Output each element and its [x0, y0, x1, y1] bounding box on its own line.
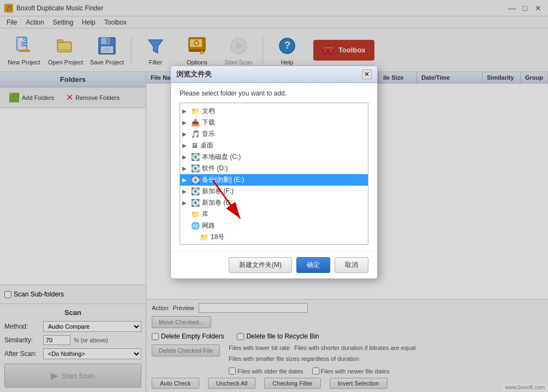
- tree-item-zhuomian[interactable]: ▶🖥桌面: [180, 140, 368, 151]
- tree-item-drive-g[interactable]: ▶💽新加卷 (G:...: [180, 197, 368, 209]
- tree-item-drive-f[interactable]: ▶💽新加卷 (F:): [180, 186, 368, 197]
- tree-arrow-zhuomian: ▶: [182, 142, 191, 149]
- confirm-button[interactable]: 确定: [296, 257, 330, 273]
- tree-item-wangluo[interactable]: 🌐网路: [180, 220, 368, 231]
- tree-arrow-drive-f: ▶: [182, 188, 191, 194]
- tree-arrow-drive-e: ▶: [182, 177, 191, 183]
- tree-item-fscapture[interactable]: 📁FSCapture: [180, 243, 368, 245]
- tree-arrow-xiazai: ▶: [182, 120, 191, 126]
- tree-item-xiazai[interactable]: ▶📥下载: [180, 117, 368, 128]
- tree-item-ku[interactable]: 📁库: [180, 209, 368, 220]
- tree-folder-icon-drive-e: 💽: [191, 176, 200, 184]
- dialog-overlay: 浏览文件夹 ✕ Please select folder you want to…: [0, 0, 548, 392]
- tree-label-drive-g: 新加卷 (G:...: [202, 198, 238, 207]
- tree-arrow-wenzhang: ▶: [182, 108, 191, 114]
- tree-label-xiazai: 下载: [202, 118, 215, 127]
- tree-arrow-local-c: ▶: [182, 154, 191, 160]
- dialog-footer: 新建文件夹(M) 确定 取消: [171, 251, 377, 278]
- new-folder-button[interactable]: 新建文件夹(M): [229, 257, 292, 273]
- dialog-titlebar: 浏览文件夹 ✕: [171, 66, 377, 83]
- tree-label-fscapture: FSCapture: [211, 245, 242, 245]
- tree-folder-icon-18hao: 📁: [200, 233, 209, 241]
- tree-folder-icon-drive-d: 💽: [191, 164, 200, 173]
- tree-item-yinyue[interactable]: ▶🎵音乐: [180, 128, 368, 140]
- dialog-title: 浏览文件夹: [176, 69, 212, 79]
- tree-label-18hao: 18号: [211, 233, 224, 242]
- tree-label-drive-e: 备份[勿删] (E:): [202, 175, 244, 185]
- tree-folder-icon-yinyue: 🎵: [191, 130, 200, 138]
- tree-label-ku: 库: [202, 210, 209, 219]
- tree-item-18hao[interactable]: 📁18号: [180, 231, 368, 243]
- tree-label-drive-d: 软件 (D:): [202, 164, 228, 173]
- tree-arrow-drive-g: ▶: [182, 200, 191, 206]
- tree-folder-icon-wangluo: 🌐: [191, 222, 200, 230]
- tree-folder-icon-drive-f: 💽: [191, 187, 200, 195]
- tree-label-wenzhang: 文档: [202, 106, 215, 116]
- tree-label-zhuomian: 桌面: [200, 141, 213, 150]
- folder-tree[interactable]: ▶📁文档▶📥下载▶🎵音乐▶🖥桌面▶💽本地磁盘 (C:)▶💽软件 (D:)▶💽备份…: [180, 103, 368, 245]
- cancel-button[interactable]: 取消: [335, 257, 368, 273]
- tree-folder-icon-wenzhang: 📁: [191, 107, 200, 115]
- dialog-body: Please select folder you want to add. ▶📁…: [171, 83, 377, 251]
- tree-item-wenzhang[interactable]: ▶📁文档: [180, 105, 368, 117]
- tree-arrow-yinyue: ▶: [182, 131, 191, 137]
- browse-folder-dialog: 浏览文件夹 ✕ Please select folder you want to…: [170, 66, 378, 279]
- dialog-message: Please select folder you want to add.: [180, 90, 368, 97]
- tree-item-local-c[interactable]: ▶💽本地磁盘 (C:): [180, 151, 368, 163]
- tree-folder-icon-drive-g: 💽: [191, 199, 200, 207]
- tree-label-yinyue: 音乐: [202, 129, 215, 139]
- tree-folder-icon-xiazai: 📥: [191, 118, 200, 127]
- tree-folder-icon-fscapture: 📁: [200, 244, 209, 245]
- tree-folder-icon-ku: 📁: [191, 210, 200, 218]
- tree-label-drive-f: 新加卷 (F:): [202, 187, 234, 196]
- tree-arrow-drive-d: ▶: [182, 165, 191, 171]
- tree-folder-icon-local-c: 💽: [191, 153, 200, 161]
- tree-item-drive-d[interactable]: ▶💽软件 (D:): [180, 163, 368, 174]
- tree-folder-icon-zhuomian: 🖥: [191, 141, 198, 150]
- tree-label-local-c: 本地磁盘 (C:): [202, 152, 241, 162]
- tree-item-drive-e[interactable]: ▶💽备份[勿删] (E:): [180, 174, 368, 186]
- tree-label-wangluo: 网路: [202, 221, 215, 230]
- dialog-close-button[interactable]: ✕: [362, 69, 372, 79]
